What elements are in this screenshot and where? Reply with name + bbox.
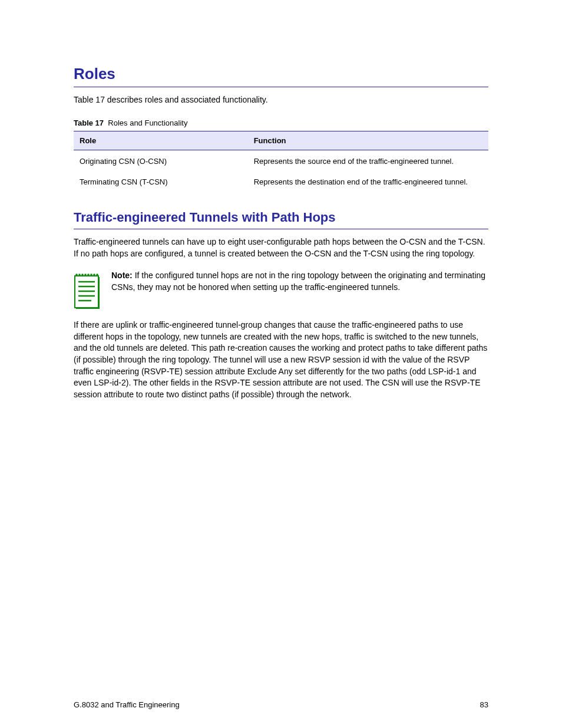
note-text: Note: If the configured tunnel hops are …: [111, 270, 488, 293]
footer-page-number: 83: [480, 700, 488, 709]
paragraph: If there are uplink or traffic-engineere…: [74, 319, 488, 400]
note-label: Note:: [111, 271, 135, 280]
table-cell-role: Originating CSN (O-CSN): [74, 150, 248, 171]
table-header-function: Function: [248, 131, 488, 150]
note-body: If the configured tunnel hops are not in…: [111, 271, 485, 292]
table-row: Terminating CSN (T-CSN) Represents the d…: [74, 171, 488, 192]
table-cell-function: Represents the destination end of the tr…: [248, 171, 488, 192]
section-heading: Roles: [74, 65, 488, 87]
table-caption-text: Roles and Functionality: [108, 118, 187, 127]
table-reference-link[interactable]: Table 17: [74, 95, 105, 104]
table-header-role: Role: [74, 131, 248, 150]
table-caption-number: Table 17: [74, 118, 104, 127]
paragraph: Traffic-engineered tunnels can have up t…: [74, 236, 488, 259]
notepad-icon: [74, 271, 101, 312]
table-cell-role: Terminating CSN (T-CSN): [74, 171, 248, 192]
table-row: Originating CSN (O-CSN) Represents the s…: [74, 150, 488, 171]
note-block: Note: If the configured tunnel hops are …: [74, 270, 488, 312]
section-intro-text: describes roles and associated functiona…: [105, 95, 268, 104]
footer-left: G.8032 and Traffic Engineering: [74, 700, 180, 709]
subsection-heading: Traffic-engineered Tunnels with Path Hop…: [74, 210, 488, 229]
table-caption: Table 17 Roles and Functionality: [74, 118, 488, 131]
section-intro: Table 17 describes roles and associated …: [74, 94, 488, 106]
table-cell-function: Represents the source end of the traffic…: [248, 150, 488, 171]
page-footer: G.8032 and Traffic Engineering 83: [74, 700, 488, 709]
roles-table: Table 17 Roles and Functionality Role Fu…: [74, 118, 488, 192]
